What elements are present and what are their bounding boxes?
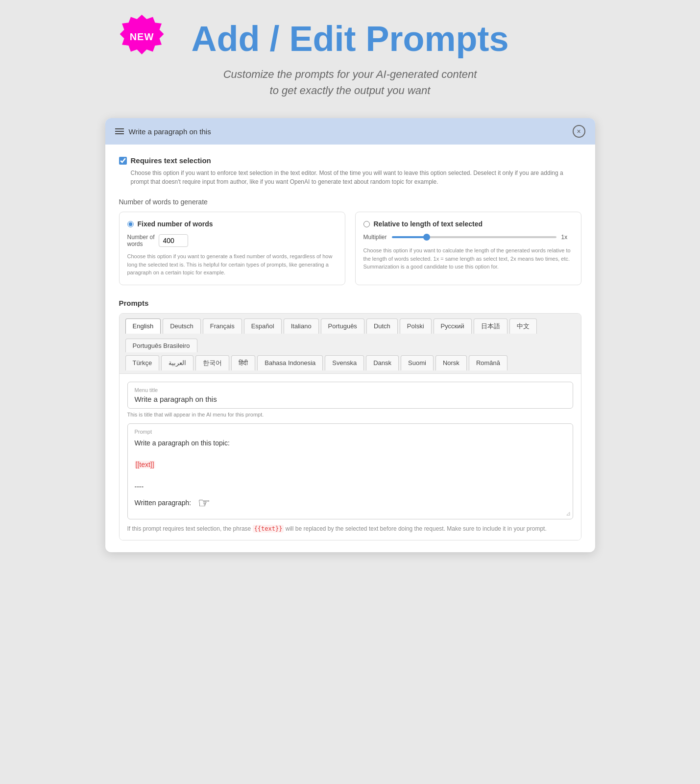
tabs-row-2: Türkçeالعربية한국어हिंदीBahasa IndonesiaSve… bbox=[125, 355, 575, 373]
tab-suomi[interactable]: Suomi bbox=[401, 355, 434, 370]
fixed-radio-label[interactable]: Fixed number of words bbox=[138, 220, 213, 228]
multiplier-row: Multiplier 1x bbox=[363, 234, 573, 241]
tab-francais[interactable]: Français bbox=[203, 318, 242, 334]
text-placeholder-tag: [[text]] bbox=[135, 461, 155, 468]
prompt-group: Prompt Write a paragraph on this topic: … bbox=[127, 423, 573, 520]
tab-espanol[interactable]: Español bbox=[244, 318, 282, 334]
tab-bahasa[interactable]: Bahasa Indonesia bbox=[257, 355, 323, 370]
tab-portugues[interactable]: Português bbox=[321, 318, 364, 334]
fixed-option-box: Fixed number of words Number ofwords Cho… bbox=[119, 212, 345, 285]
menu-title-value[interactable]: Write a paragraph on this bbox=[135, 395, 566, 403]
tab-italiano[interactable]: Italiano bbox=[284, 318, 319, 334]
fixed-radio-row: Fixed number of words bbox=[127, 220, 337, 228]
prompt-field-label: Prompt bbox=[135, 429, 566, 435]
prompts-label: Prompts bbox=[119, 299, 581, 307]
words-input-label: Number ofwords bbox=[127, 234, 155, 247]
tab-russian[interactable]: Русский bbox=[434, 318, 472, 334]
checkbox-row: Requires text selection bbox=[119, 156, 581, 165]
tab-deutsch[interactable]: Deutsch bbox=[163, 318, 201, 334]
menu-title-helper: This is title that will appear in the AI… bbox=[127, 412, 573, 417]
menu-title-wrapper: Menu title Write a paragraph on this bbox=[127, 382, 573, 409]
requires-section: Requires text selection Choose this opti… bbox=[119, 156, 581, 186]
card-body: Requires text selection Choose this opti… bbox=[105, 145, 595, 552]
options-row: Fixed number of words Number ofwords Cho… bbox=[119, 212, 581, 285]
relative-option-box: Relative to length of text selected Mult… bbox=[355, 212, 581, 285]
footer-note: If this prompt requires text selection, … bbox=[127, 525, 573, 532]
multiplier-label: Multiplier bbox=[363, 234, 387, 241]
requires-label[interactable]: Requires text selection bbox=[131, 156, 211, 165]
tab-romana[interactable]: Română bbox=[469, 355, 507, 370]
tab-svenska[interactable]: Svenska bbox=[325, 355, 364, 370]
prompts-section: Prompts EnglishDeutschFrançaisEspañolIta… bbox=[119, 299, 581, 541]
card-header-title: Write a paragraph on this bbox=[129, 127, 211, 136]
relative-radio-row: Relative to length of text selected bbox=[363, 220, 573, 228]
tab-turkce[interactable]: Türkçe bbox=[125, 355, 160, 370]
fixed-option-description: Choose this option if you want to genera… bbox=[127, 252, 337, 277]
main-card: Write a paragraph on this × Requires tex… bbox=[105, 118, 595, 552]
relative-option-description: Choose this option if you want to calcul… bbox=[363, 246, 573, 271]
words-input[interactable] bbox=[159, 234, 188, 247]
tab-norsk[interactable]: Norsk bbox=[435, 355, 467, 370]
fixed-radio[interactable] bbox=[127, 221, 134, 227]
hamburger-icon bbox=[115, 128, 124, 134]
relative-radio[interactable] bbox=[363, 221, 370, 227]
tabs-area: EnglishDeutschFrançaisEspañolItalianoPor… bbox=[119, 313, 581, 541]
tab-korean[interactable]: 한국어 bbox=[195, 355, 229, 370]
tabs-header: EnglishDeutschFrançaisEspañolItalianoPor… bbox=[120, 314, 581, 374]
multiplier-slider[interactable] bbox=[392, 236, 556, 238]
requires-checkbox[interactable] bbox=[119, 157, 127, 165]
close-button[interactable]: × bbox=[573, 125, 585, 138]
prompt-textarea-wrapper[interactable]: Prompt Write a paragraph on this topic: … bbox=[127, 423, 573, 520]
prompt-text[interactable]: Write a paragraph on this topic: [[text]… bbox=[135, 438, 566, 514]
menu-title-label: Menu title bbox=[135, 387, 566, 393]
page-subtitle: Customize the prompts for your AI-genera… bbox=[105, 66, 595, 98]
words-section-label: Number of words to generate bbox=[119, 198, 581, 206]
page-title: Add / Edit Prompts bbox=[105, 20, 595, 58]
tab-hindi[interactable]: हिंदी bbox=[231, 355, 255, 370]
tab-portugues-br[interactable]: Português Brasileiro bbox=[125, 339, 197, 352]
words-input-row: Number ofwords bbox=[127, 234, 337, 247]
requires-description: Choose this option if you want to enforc… bbox=[131, 169, 581, 186]
resize-handle[interactable]: ⊿ bbox=[566, 510, 571, 517]
tab-chinese[interactable]: 中文 bbox=[509, 318, 537, 334]
prompt-content: Menu title Write a paragraph on this Thi… bbox=[120, 374, 581, 540]
words-section: Number of words to generate Fixed number… bbox=[119, 198, 581, 285]
cursor-hand-icon: ☞ bbox=[198, 492, 210, 514]
header-area: NEW Add / Edit Prompts Customize the pro… bbox=[105, 20, 595, 98]
tab-arabic[interactable]: العربية bbox=[161, 355, 193, 370]
tab-japanese[interactable]: 日本語 bbox=[474, 318, 507, 334]
tab-english[interactable]: English bbox=[125, 318, 161, 334]
card-header-left: Write a paragraph on this bbox=[115, 127, 211, 136]
tab-dansk[interactable]: Dansk bbox=[366, 355, 399, 370]
relative-radio-label[interactable]: Relative to length of text selected bbox=[374, 220, 483, 228]
card-header: Write a paragraph on this × bbox=[105, 118, 595, 145]
menu-title-group: Menu title Write a paragraph on this Thi… bbox=[127, 382, 573, 417]
tab-polski[interactable]: Polski bbox=[400, 318, 432, 334]
footer-tag: {{text}} bbox=[253, 525, 284, 533]
multiplier-value: 1x bbox=[561, 234, 573, 241]
tab-dutch[interactable]: Dutch bbox=[366, 318, 398, 334]
tabs-row-1: EnglishDeutschFrançaisEspañolItalianoPor… bbox=[125, 318, 575, 355]
